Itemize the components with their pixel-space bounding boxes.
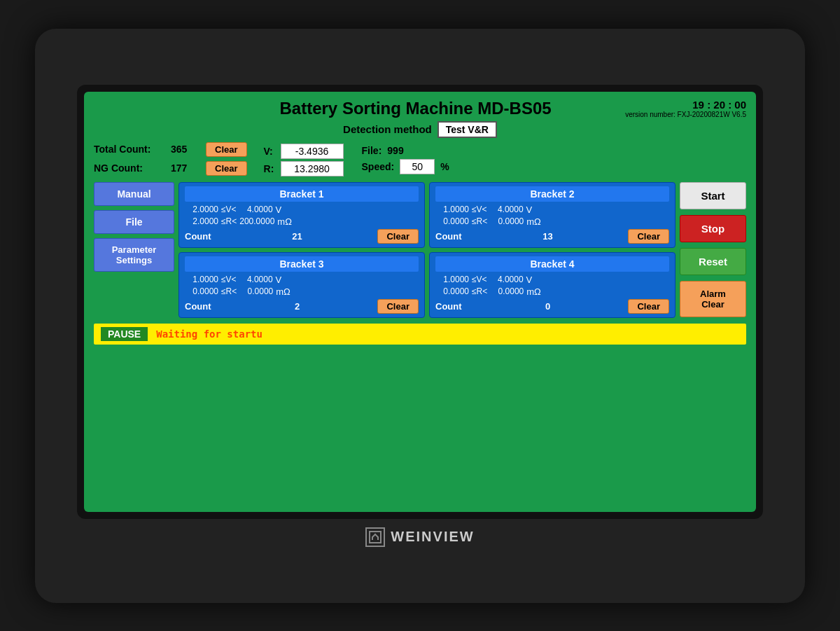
bracket-2-v-max: 4.0000 [490,204,524,214]
bracket-1-count-label: Count [185,231,211,242]
bracket-3-r-min: 0.0000 [185,286,218,296]
bracket-3-count-row: Count 2 Clear [185,299,419,314]
total-count-row: Total Count: 365 Clear [94,142,247,157]
ng-count-row: NG Count: 177 Clear [94,161,247,176]
alarm-clear-button[interactable]: Alarm Clear [680,281,746,317]
speed-unit: % [440,161,449,172]
bracket-1-v-row: 2.0000 ≤V< 4.0000 V [185,204,419,215]
bracket-2-count-label: Count [435,231,462,242]
bracket-1-v-max: 4.0000 [239,204,273,214]
bracket-2-r-min: 0.0000 [435,216,469,226]
bracket-1-r-row: 2.0000 ≤R< 200.0000 mΩ [185,216,419,227]
bracket-1-clear-button[interactable]: Clear [377,229,419,244]
bracket-3-v-min: 1.0000 [185,275,218,284]
alarm-clear-line1: Alarm [700,289,726,299]
bracket-3-r-unit: mΩ [276,286,295,297]
screen: Battery Sorting Machine MD-BS05 19 : 20 … [84,92,756,512]
vr-section: V: -3.4936 R: 13.2980 [264,144,344,176]
device-body: Battery Sorting Machine MD-BS05 19 : 20 … [35,29,805,603]
bracket-4-r-min: 0.0000 [435,286,469,296]
bracket-3-r-row: 0.0000 ≤R< 0.0000 mΩ [185,286,419,297]
speed-label: Speed: [362,161,395,172]
parameter-settings-button[interactable]: Parameter Settings [94,238,174,272]
bracket-4-v-unit: V [526,275,546,285]
alarm-clear-line2: Clear [701,299,724,310]
file-label: File: [362,145,382,156]
bracket-2-box: Bracket 2 1.0000 ≤V< 4.0000 V 0.0000 ≤R<… [429,182,676,248]
counts-column: Total Count: 365 Clear NG Count: 177 Cle… [94,142,247,178]
version-label: version number: FXJ-20200821W V6.5 [625,111,746,118]
bracket-2-title: Bracket 2 [435,186,669,202]
screen-bezel: Battery Sorting Machine MD-BS05 19 : 20 … [77,85,763,519]
brand-name: WEINVIEW [391,529,474,545]
v-label: V: [264,146,276,157]
total-count-clear-button[interactable]: Clear [206,142,247,157]
bracket-4-r-row: 0.0000 ≤R< 0.0000 mΩ [435,286,669,297]
bracket-3-v-unit: V [276,275,295,285]
bracket-1-v-unit: V [276,204,295,215]
detection-label: Detection method [343,123,432,135]
bracket-3-clear-button[interactable]: Clear [377,299,419,314]
brand-icon [365,527,385,547]
svg-rect-0 [370,532,381,543]
bracket-1-count-value: 21 [292,231,302,242]
version-time: 19 : 20 : 00 version number: FXJ-2020082… [625,99,746,118]
r-label: R: [264,163,276,174]
bracket-2-count-value: 13 [542,231,552,242]
bracket-2-v-unit: V [526,204,546,215]
bracket-2-v-min: 1.0000 [435,204,469,214]
r-value: 13.2980 [281,161,344,176]
file-button[interactable]: File [94,210,174,234]
bracket-3-v-max: 4.0000 [239,275,273,284]
total-count-value: 365 [171,144,199,155]
bracket-4-count-label: Count [435,301,462,312]
status-bar: PAUSE Waiting for startu [94,324,746,345]
stop-button[interactable]: Stop [680,215,746,242]
detection-value[interactable]: Test V&R [438,121,497,138]
pause-badge: PAUSE [101,327,148,341]
start-button[interactable]: Start [680,182,746,209]
header-row: Battery Sorting Machine MD-BS05 19 : 20 … [94,99,746,118]
v-row: V: -3.4936 [264,144,344,159]
bracket-4-v-max: 4.0000 [490,275,524,284]
manual-button[interactable]: Manual [94,182,174,206]
detection-row: Detection method Test V&R [94,121,746,138]
bracket-1-v-min: 2.0000 [185,204,218,214]
speed-value[interactable]: 50 [400,159,435,174]
file-row: File: 999 [362,145,449,156]
bracket-1-box: Bracket 1 2.0000 ≤V< 4.0000 V 2.0000 ≤R<… [178,182,425,248]
r-row: R: 13.2980 [264,161,344,176]
bracket-3-v-row: 1.0000 ≤V< 4.0000 V [185,275,419,285]
total-count-label: Total Count: [94,144,164,155]
bracket-2-v-row: 1.0000 ≤V< 4.0000 V [435,204,669,215]
bracket-4-r-unit: mΩ [526,286,546,297]
bracket-2-r-unit: mΩ [526,216,546,227]
bracket-4-count-row: Count 0 Clear [435,299,669,314]
reset-button[interactable]: Reset [680,248,746,275]
bracket-4-box: Bracket 4 1.0000 ≤V< 4.0000 V 0.0000 ≤R<… [429,252,676,318]
ng-count-clear-button[interactable]: Clear [206,161,247,176]
bracket-3-r-max: 0.0000 [239,286,273,296]
ng-count-value: 177 [171,162,199,174]
bracket-1-r-unit: mΩ [277,216,297,227]
bracket-2-r-row: 0.0000 ≤R< 0.0000 mΩ [435,216,669,227]
right-buttons: Start Stop Reset Alarm Clear [680,182,746,318]
bracket-3-title: Bracket 3 [185,256,419,272]
bracket-2-clear-button[interactable]: Clear [628,229,669,244]
file-speed-section: File: 999 Speed: 50 % [362,145,449,174]
bracket-4-clear-button[interactable]: Clear [628,299,669,314]
bracket-1-r-min: 2.0000 [185,216,218,226]
bracket-3-count-value: 2 [295,301,300,312]
bracket-2-count-row: Count 13 Clear [435,229,669,244]
ng-count-label: NG Count: [94,162,164,174]
bracket-4-r-max: 0.0000 [490,286,524,296]
bracket-2-r-max: 0.0000 [490,216,524,226]
time-display: 19 : 20 : 00 [625,99,746,111]
status-message: Waiting for startu [156,328,262,340]
bracket-4-v-row: 1.0000 ≤V< 4.0000 V [435,275,669,285]
speed-row: Speed: 50 % [362,159,449,174]
bracket-3-box: Bracket 3 1.0000 ≤V< 4.0000 V 0.0000 ≤R<… [178,252,425,318]
bracket-4-v-min: 1.0000 [435,275,469,284]
bracket-1-count-row: Count 21 Clear [185,229,419,244]
page-title: Battery Sorting Machine MD-BS05 [206,99,625,118]
